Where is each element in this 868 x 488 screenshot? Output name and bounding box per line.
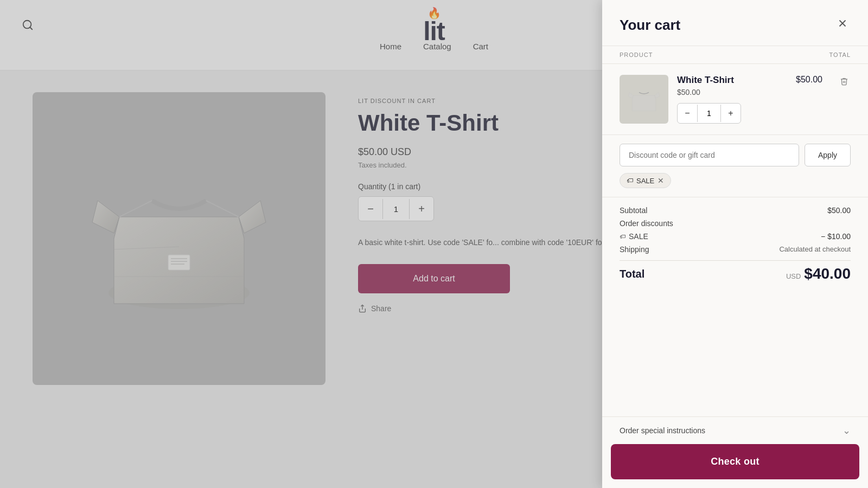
discount-name-wrap: 🏷 SALE	[620, 232, 648, 241]
discount-name: SALE	[629, 232, 648, 241]
shipping-label: Shipping	[620, 245, 649, 254]
discount-tag: 🏷 SALE ✕	[620, 173, 671, 188]
cart-item-info: White T-Shirt $50.00 − 1 +	[677, 75, 787, 124]
share-button[interactable]: Share	[358, 304, 391, 313]
cart-item: White T-Shirt $50.00 − 1 + $50.00	[620, 75, 851, 124]
add-to-cart-button[interactable]: Add to cart	[358, 264, 510, 293]
total-row: Total USD $40.00	[620, 260, 851, 282]
search-icon[interactable]	[22, 19, 34, 33]
subtotal-row: Subtotal $50.00	[620, 206, 851, 215]
subtotal-value: $50.00	[827, 206, 851, 215]
delete-item-button[interactable]	[838, 75, 851, 90]
discount-section: Apply 🏷 SALE ✕	[602, 135, 868, 197]
cart-items: White T-Shirt $50.00 − 1 + $50.00	[602, 64, 868, 135]
cart-item-total: $50.00	[796, 75, 822, 85]
cart-item-name: White T-Shirt	[677, 75, 787, 86]
main-content: LIT DISCOUNT IN CART White T-Shirt $50.0…	[0, 70, 678, 488]
cart-decrease-button[interactable]: −	[678, 104, 697, 123]
total-amount: $40.00	[804, 265, 851, 282]
tag-icon: 🏷	[627, 177, 633, 184]
cart-totals: Subtotal $50.00 Order discounts 🏷 SALE −…	[602, 197, 868, 416]
product-image	[33, 92, 326, 385]
close-cart-button[interactable]	[834, 15, 851, 35]
discount-detail-row: 🏷 SALE − $10.00	[620, 232, 851, 241]
quantity-value: 1	[382, 199, 410, 219]
decrease-quantity-button[interactable]: −	[359, 197, 382, 221]
special-instructions-row[interactable]: Order special instructions ⌄	[602, 416, 868, 444]
apply-discount-button[interactable]: Apply	[805, 144, 851, 166]
order-discounts-label: Order discounts	[620, 219, 673, 228]
discount-code-label: SALE	[636, 177, 654, 185]
cart-quantity-value: 1	[697, 105, 721, 122]
nav-cart[interactable]: Cart	[473, 42, 488, 51]
total-amount-wrap: USD $40.00	[786, 265, 851, 282]
share-label: Share	[371, 304, 391, 313]
discount-value: − $10.00	[821, 232, 851, 241]
order-discounts-label-row: Order discounts	[620, 219, 851, 228]
cart-item-price: $50.00	[677, 88, 787, 97]
checkout-button[interactable]: Check out	[611, 444, 859, 479]
total-column-header: TOTAL	[829, 52, 851, 58]
cart-sidebar: Your cart PRODUCT TOTAL White T-Sh	[602, 0, 868, 488]
subtotal-label: Subtotal	[620, 206, 647, 215]
site-logo: 🔥 lit	[423, 8, 445, 44]
product-column-header: PRODUCT	[620, 52, 653, 58]
remove-discount-button[interactable]: ✕	[658, 176, 664, 185]
cart-columns: PRODUCT TOTAL	[602, 46, 868, 64]
increase-quantity-button[interactable]: +	[410, 197, 433, 221]
nav-home[interactable]: Home	[380, 42, 401, 51]
cart-quantity-control: − 1 +	[677, 103, 741, 124]
cart-title: Your cart	[620, 17, 680, 34]
total-label: Total	[620, 268, 644, 280]
svg-line-1	[30, 27, 32, 29]
cart-increase-button[interactable]: +	[721, 104, 741, 123]
discount-code-input[interactable]	[620, 144, 799, 166]
special-instructions-label: Order special instructions	[620, 426, 705, 435]
cart-item-image	[620, 75, 668, 124]
total-currency: USD	[786, 272, 801, 280]
chevron-down-icon: ⌄	[843, 425, 851, 436]
shipping-value: Calculated at checkout	[779, 245, 851, 254]
logo-text: lit	[423, 18, 445, 44]
discount-input-row: Apply	[620, 144, 851, 166]
discount-tag-icon-small: 🏷	[620, 233, 626, 240]
svg-rect-3	[168, 255, 190, 270]
quantity-control: − 1 +	[358, 196, 434, 221]
shipping-row: Shipping Calculated at checkout	[620, 245, 851, 254]
cart-header: Your cart	[602, 0, 868, 46]
